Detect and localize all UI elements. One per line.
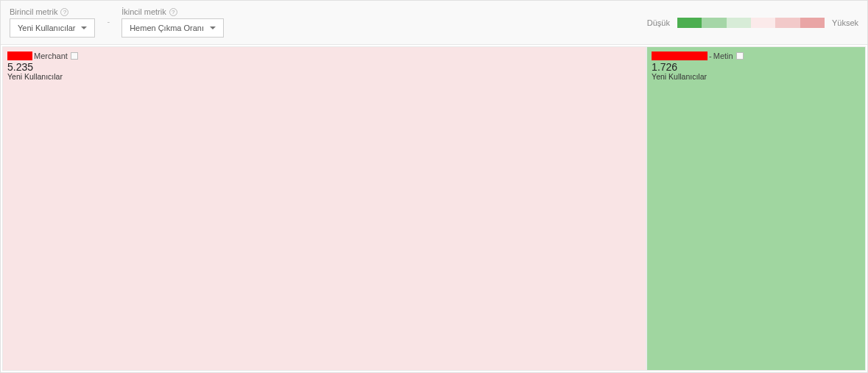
cell-sublabel: Yeni Kullanıcılar <box>7 72 641 81</box>
treemap-area: Merchant 5.235 Yeni Kullanıcılar - Metin… <box>1 45 867 372</box>
treemap-cell-merchant[interactable]: Merchant 5.235 Yeni Kullanıcılar <box>2 46 646 371</box>
primary-metric-value: Yeni Kullanıcılar <box>18 24 75 32</box>
toolbar-right: Düşük Yüksek <box>647 18 858 28</box>
cell-title-text: Metin <box>713 51 733 60</box>
toolbar-left: Birincil metrik ? Yeni Kullanıcılar - İk… <box>10 7 224 38</box>
help-icon[interactable]: ? <box>60 8 68 16</box>
secondary-metric-label: İkincil metrik ? <box>121 7 224 16</box>
secondary-metric-dropdown[interactable]: Hemen Çıkma Oranı <box>121 18 224 38</box>
legend-seg-6 <box>800 18 825 28</box>
secondary-metric-value: Hemen Çıkma Oranı <box>130 24 204 32</box>
legend-low-label: Düşük <box>647 18 670 27</box>
zoom-icon[interactable] <box>71 52 78 60</box>
legend-seg-1 <box>677 18 702 28</box>
chevron-down-icon <box>81 26 87 29</box>
primary-metric-group: Birincil metrik ? Yeni Kullanıcılar <box>10 7 95 38</box>
primary-metric-dropdown[interactable]: Yeni Kullanıcılar <box>10 18 95 38</box>
legend-seg-5 <box>775 18 800 28</box>
cell-title: - Metin <box>652 51 861 60</box>
help-icon[interactable]: ? <box>169 8 177 16</box>
primary-metric-label-text: Birincil metrik <box>10 7 57 16</box>
metric-separator: - <box>105 17 111 29</box>
cell-title-text: Merchant <box>34 51 68 60</box>
cell-value: 1.726 <box>652 61 861 73</box>
secondary-metric-label-text: İkincil metrik <box>121 7 166 16</box>
cell-value: 5.235 <box>7 61 641 73</box>
legend-seg-3 <box>727 18 751 28</box>
treemap-report-panel: Birincil metrik ? Yeni Kullanıcılar - İk… <box>0 0 868 373</box>
cell-title: Merchant <box>7 51 641 60</box>
color-scale-bar <box>677 18 825 28</box>
legend-seg-4 <box>751 18 775 28</box>
redacted-block <box>7 51 32 60</box>
cell-sublabel: Yeni Kullanıcılar <box>652 72 861 81</box>
redacted-block <box>652 51 708 60</box>
primary-metric-label: Birincil metrik ? <box>10 7 95 16</box>
secondary-metric-group: İkincil metrik ? Hemen Çıkma Oranı <box>121 7 224 38</box>
zoom-icon[interactable] <box>736 52 744 60</box>
chevron-down-icon <box>210 26 216 29</box>
treemap-cell-metin[interactable]: - Metin 1.726 Yeni Kullanıcılar <box>646 46 866 371</box>
legend-high-label: Yüksek <box>832 18 858 27</box>
legend-seg-2 <box>702 18 726 28</box>
cell-title-prefix: - <box>709 51 712 60</box>
toolbar: Birincil metrik ? Yeni Kullanıcılar - İk… <box>1 1 867 45</box>
